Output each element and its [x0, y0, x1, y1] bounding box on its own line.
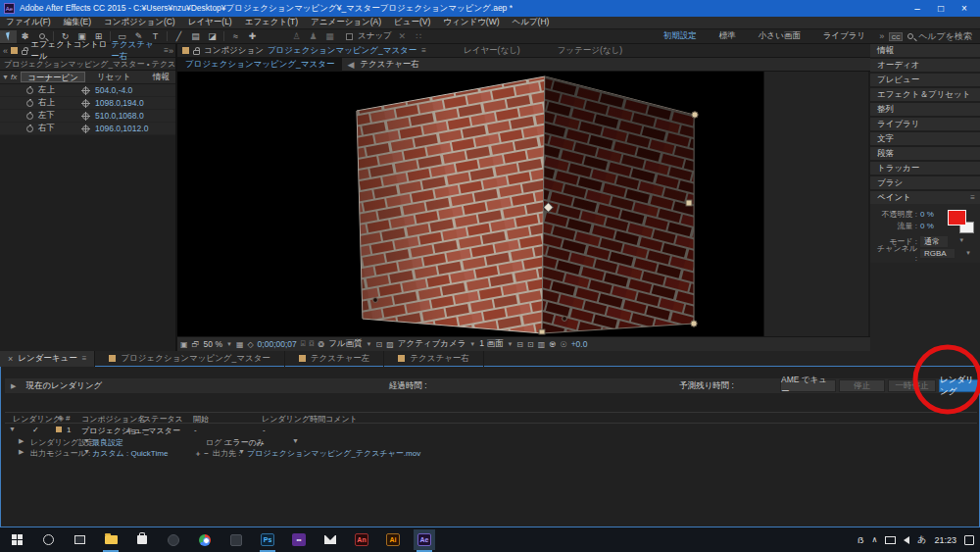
timeline-tab-texture-right[interactable]: テクスチャー右 [384, 351, 484, 367]
file-explorer-button[interactable] [100, 529, 122, 550]
column-number[interactable]: # [66, 414, 70, 423]
dropdown-caret-icon[interactable]: ▼ [238, 448, 245, 455]
panel-effects-presets[interactable]: エフェクト＆プリセット [870, 88, 980, 101]
menu-window[interactable]: ウィンドウ(W) [443, 17, 499, 28]
composition-viewport[interactable] [177, 72, 763, 336]
view-layout[interactable]: 1 画面 [479, 338, 503, 350]
render-queue-item-row[interactable]: ▼ ✓ 1 プロジェクショ..._マスター キュー - - [5, 425, 977, 436]
pixel-aspect-icon[interactable]: ⊟ [516, 340, 523, 349]
menu-animation[interactable]: アニメーション(A) [311, 17, 381, 28]
store-button[interactable] [131, 529, 153, 550]
selection-tool[interactable] [0, 30, 17, 43]
active-camera[interactable]: アクティブカメラ [398, 338, 466, 350]
render-checkbox[interactable]: ✓ [32, 426, 39, 434]
close-button[interactable]: × [953, 1, 976, 16]
help-search-label[interactable]: ヘルプを検索 [918, 30, 972, 43]
transparency-grid-icon[interactable]: ▨ [386, 340, 394, 349]
reset-link[interactable]: リセット [97, 72, 131, 83]
property-row-upper-left[interactable]: 左上 504.0,-4.0 [0, 84, 175, 97]
panel-align[interactable]: 整列 [870, 103, 980, 116]
panel-right-chevron[interactable]: » [169, 46, 173, 56]
panel-paragraph[interactable]: 段落 [870, 147, 980, 160]
menu-effect[interactable]: エフェクト(T) [245, 17, 298, 28]
crosshair-icon[interactable] [82, 125, 89, 132]
grid-icon[interactable]: ∷ [411, 30, 427, 43]
workspace-small-screen[interactable]: 小さい画面 [759, 30, 801, 42]
output-file-link[interactable]: プロジェクションマッピング_テクスチャー.mov [247, 448, 420, 459]
comp-color-swatch[interactable] [56, 427, 62, 432]
task-view-button[interactable] [69, 529, 90, 550]
grid-guides-icon[interactable]: ▦ [236, 340, 244, 349]
panel-paint-header[interactable]: ペイント ≡ [870, 191, 980, 204]
label-color-column-icon[interactable]: ◈ [58, 414, 64, 423]
property-row-lower-left[interactable]: 左下 510.0,1068.0 [0, 110, 175, 123]
expand-caret-icon[interactable]: ▼ [9, 426, 16, 432]
sync-settings-icon[interactable]: CC [889, 32, 903, 41]
show-snapshot-icon[interactable]: ⌼ [310, 339, 315, 349]
panel-libraries[interactable]: ライブラリ [870, 118, 980, 130]
illustrator-button[interactable]: Ai [382, 529, 404, 550]
corner-pin-handle-bottom[interactable] [563, 317, 567, 322]
mail-button[interactable] [319, 529, 341, 550]
resolution-setting[interactable]: フル画質 [328, 338, 362, 350]
show-hidden-icons-chevron[interactable]: ∧ [871, 535, 877, 544]
column-render-time[interactable]: レンダリング時間 [262, 414, 325, 425]
dropdown-caret-icon[interactable]: ▼ [83, 437, 90, 444]
panel-menu-icon[interactable]: ≡ [970, 193, 975, 202]
people-icon[interactable]: ẞ [858, 535, 863, 545]
channel-dropdown[interactable]: RGBA [920, 249, 955, 258]
mask-visibility-icon[interactable]: ◇ [247, 340, 253, 349]
menu-edit[interactable]: 編集(E) [64, 17, 91, 28]
column-render[interactable]: レンダリング [13, 414, 61, 425]
action-center-icon[interactable] [964, 535, 974, 545]
log-value[interactable]: エラーのみ [224, 437, 265, 448]
dropdown-caret-icon[interactable]: ▼ [83, 448, 90, 455]
clone-stamp-tool[interactable]: ▤ [187, 30, 204, 43]
panel-left-chevron[interactable]: « [3, 46, 8, 56]
lock-icon[interactable] [22, 50, 27, 55]
start-button[interactable] [6, 529, 27, 550]
corner-pin-handle-bottom-right[interactable] [691, 321, 697, 326]
panel-preview[interactable]: プレビュー [870, 74, 980, 86]
workspace-standard[interactable]: 標準 [719, 30, 736, 42]
menu-composition[interactable]: コンポジション(C) [104, 17, 175, 28]
composition-tab-label[interactable]: コンポジション [204, 45, 264, 57]
panel-character[interactable]: 文字 [870, 132, 980, 145]
roto-brush-tool[interactable]: ≈ [227, 30, 244, 43]
column-comment[interactable]: コメント [325, 414, 358, 425]
add-remove-output-icons[interactable]: ＋ − [194, 448, 209, 459]
foreground-color-swatch[interactable] [948, 210, 966, 226]
pinned-app-2[interactable] [225, 529, 247, 550]
maximize-button[interactable]: □ [929, 1, 953, 16]
workspace-libraries[interactable]: ライブラリ [823, 30, 866, 42]
menu-help[interactable]: ヘルプ(H) [513, 17, 550, 28]
eraser-tool[interactable]: ◪ [204, 30, 220, 43]
effect-name[interactable]: コーナーピン [21, 72, 85, 82]
close-tab-icon[interactable]: × [8, 354, 13, 364]
property-row-lower-right[interactable]: 右下 1096.0,1012.0 [0, 123, 175, 135]
animate-button[interactable]: An [351, 529, 372, 550]
stopwatch-icon[interactable] [26, 87, 33, 94]
mocap-icon[interactable]: ♟ [305, 30, 321, 43]
timeline-tab-master[interactable]: プロジェクションマッピング_マスター [95, 351, 284, 367]
menu-view[interactable]: ビュー(V) [394, 17, 430, 28]
flow-value[interactable]: 0 % [920, 222, 934, 230]
workspace-default[interactable]: 初期設定 [663, 30, 697, 42]
effect-header-row[interactable]: ▼ fx コーナーピン リセット 情報 [0, 71, 175, 84]
property-row-upper-right[interactable]: 右上 1098.0,194.0 [0, 97, 175, 110]
column-start[interactable]: 開始 [193, 414, 209, 425]
stopwatch-icon[interactable] [26, 125, 33, 132]
clock[interactable]: 21:23 [934, 535, 956, 545]
brush-tool[interactable]: ╱ [171, 30, 187, 43]
expand-caret-icon[interactable]: ▶ [19, 448, 24, 456]
panel-menu-icon[interactable]: ≡ [82, 354, 87, 363]
after-effects-button[interactable]: Ae [414, 529, 435, 550]
region-of-interest-icon[interactable]: ⊡ [375, 340, 382, 349]
crosshair-icon[interactable] [82, 87, 89, 94]
stop-button[interactable]: 停止 [839, 379, 885, 392]
panel-audio[interactable]: オーディオ [870, 59, 980, 72]
current-timecode[interactable]: 0;00;00;07 [258, 339, 297, 349]
opacity-value[interactable]: 0 % [920, 210, 934, 219]
exposure-reset-icon[interactable]: ☉ [560, 340, 566, 349]
column-comp-name[interactable]: コンポジション名 [81, 414, 145, 425]
